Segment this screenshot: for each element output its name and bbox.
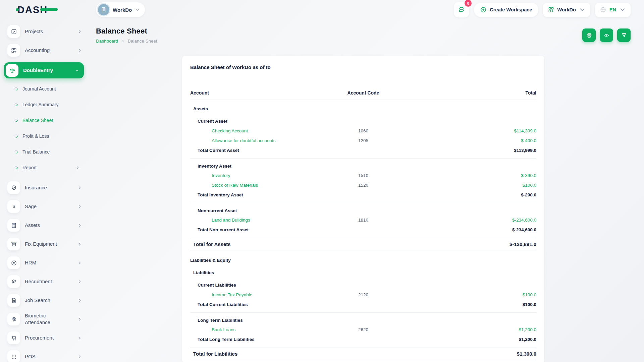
chevron-right-icon (77, 48, 82, 53)
chevron-right-icon (77, 186, 82, 190)
total-cell: $1,200.0 (402, 337, 536, 342)
account-cell: Income Tax Payable (190, 292, 325, 297)
sidebar-subitem-label: Profit & Loss (22, 133, 49, 139)
sidebar-subitem-journal-account[interactable]: Journal Account (14, 84, 82, 94)
balance-sheet-card: Balance Sheet of WorkDo as of to Account… (182, 56, 544, 362)
sidebar-subitem-ledger-summary[interactable]: Ledger Summary (14, 100, 82, 110)
account-cell: Allowance for doubtful accounts (190, 138, 325, 143)
archive-icon (7, 238, 20, 250)
account-link[interactable]: Land and Buildings (212, 218, 250, 223)
sidebar-subitem-label: Ledger Summary (22, 102, 58, 107)
chevron-down-icon (579, 6, 586, 13)
sidebar-item-sage[interactable]: SSage (7, 200, 82, 213)
sidebar-subitem-balance-sheet[interactable]: Balance Sheet (14, 115, 82, 125)
sidebar-subitem-report[interactable]: Report (14, 163, 82, 173)
account-link[interactable]: Bank Loans (212, 327, 235, 332)
sidebar-item-label: HRM (25, 259, 36, 266)
user-plus-icon (7, 275, 20, 288)
app-logo[interactable]: DASH (17, 4, 48, 15)
sidebar-item-pos[interactable]: POS (7, 350, 82, 362)
account-cell: Total Non-current Asset (190, 227, 325, 232)
workspace-switcher[interactable]: WorkDo (96, 2, 145, 17)
sidebar-item-label: Sage (25, 203, 37, 210)
sidebar-item-doubleentry[interactable]: DoubleEntry (4, 62, 84, 78)
messages-badge: 0 (465, 0, 472, 7)
report-title: Balance Sheet of WorkDo as of to (190, 64, 536, 70)
printer-icon (586, 32, 592, 39)
account-link[interactable]: Stock of Raw Materials (212, 183, 258, 188)
account-link[interactable]: Income Tax Payable (212, 292, 252, 297)
subtotal-row: Total Current Asset$113,999.0 (190, 145, 536, 155)
sidebar-item-label: DoubleEntry (23, 67, 53, 74)
total-cell: $114,399.0 (402, 128, 536, 133)
bullet-icon (14, 134, 18, 138)
account-code-cell: 1205 (325, 138, 402, 143)
page-header: Balance Sheet Dashboard Balance Sheet (96, 27, 631, 44)
sidebar-item-assets[interactable]: Assets (7, 219, 82, 232)
sidebar-item-recruitment[interactable]: Recruitment (7, 275, 82, 288)
account-cell: Total for Assets (190, 241, 325, 247)
account-link[interactable]: Checking Account (212, 128, 248, 133)
account-menu-button[interactable]: WorkDo (543, 3, 590, 17)
account-link[interactable]: Inventory (212, 173, 230, 178)
total-cell: $100.0 (402, 292, 536, 297)
total-cell: $-234,600.0 (402, 218, 536, 223)
sidebar-item-accounting[interactable]: Accounting (7, 44, 82, 57)
svg-text:S: S (12, 204, 15, 209)
chevron-right-icon (77, 298, 82, 303)
fingerprint-icon (7, 313, 20, 325)
logo-dot (16, 8, 19, 11)
account-cell: Checking Account (190, 128, 325, 133)
sidebar-subitem-trial-balance[interactable]: Trial Balance (14, 147, 82, 157)
sidebar-item-biometric-attendance[interactable]: Biometric Attendance (7, 312, 82, 326)
sidebar-item-job-search[interactable]: Job Search (7, 294, 82, 307)
section0-row: Liabilities & Equity (190, 255, 536, 265)
sidebar-item-label: Projects (25, 28, 43, 35)
sidebar-item-hrm[interactable]: HRM (7, 256, 82, 269)
submenu-doubleentry: Journal AccountLedger SummaryBalance She… (7, 82, 82, 179)
total-cell: $113,999.0 (402, 148, 536, 153)
sidebar-subitem-label: Journal Account (22, 86, 56, 92)
create-workspace-button[interactable]: Create Workspace (474, 3, 538, 17)
account-link[interactable]: Allowance for doubtful accounts (212, 138, 276, 143)
code-toggle-icon (603, 32, 610, 39)
sidebar-subitem-profit-loss[interactable]: Profit & Loss (14, 131, 82, 141)
sidebar-item-projects[interactable]: Projects (7, 25, 82, 38)
chevron-down-icon (135, 8, 140, 12)
total-cell: $-120,891.0 (402, 241, 536, 247)
report-actions (582, 28, 631, 42)
total-cell: $-390.0 (402, 173, 536, 178)
account-code-cell: 1810 (325, 218, 402, 223)
calculator-icon (7, 219, 20, 232)
chevron-right-icon (77, 261, 82, 265)
account-cell: Inventory Asset (190, 164, 325, 169)
print-button[interactable] (582, 28, 596, 42)
bullet-icon (14, 166, 18, 170)
toggle-columns-button[interactable] (600, 28, 613, 42)
account-cell: Land and Buildings (190, 218, 325, 223)
sidebar-item-procurement[interactable]: Procurement (7, 331, 82, 345)
cart-icon (7, 331, 20, 344)
messages-button[interactable]: 0 (454, 2, 469, 17)
checkbox-icon (7, 25, 20, 38)
sidebar-subitem-label: Trial Balance (22, 149, 50, 155)
filter-button[interactable] (617, 28, 631, 42)
grandtotal-row: Total for Liabilities$1,300.0 (190, 348, 536, 360)
account-cell: Liabilities (190, 270, 325, 275)
account-code-cell: 2120 (325, 292, 402, 297)
breadcrumb-dashboard-link[interactable]: Dashboard (96, 39, 118, 44)
workspace-label: WorkDo (113, 7, 132, 13)
account-cell: Current Asset (190, 119, 325, 124)
main-content: Balance Sheet Dashboard Balance Sheet (87, 19, 644, 362)
chevron-down-icon (619, 6, 626, 13)
account-menu-label: WorkDo (557, 7, 576, 12)
sidebar-item-label: Job Search (25, 297, 50, 304)
chevron-down-icon (75, 68, 79, 73)
chevron-right-icon (75, 166, 80, 170)
language-menu-button[interactable]: EN (595, 3, 631, 17)
sidebar-item-insurance[interactable]: Insurance (7, 181, 82, 194)
globe-icon (600, 6, 606, 13)
table-header: Account Account Code Total (190, 86, 536, 100)
hrm-target-icon (7, 256, 20, 269)
sidebar-item-fix-equipment[interactable]: Fix Equipment (7, 237, 82, 251)
